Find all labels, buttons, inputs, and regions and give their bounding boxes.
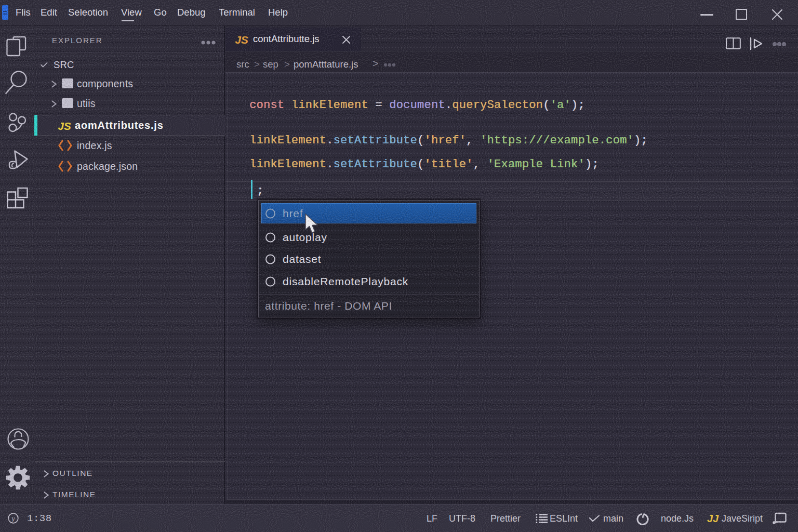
svg-text:JS: JS: [235, 34, 248, 46]
svg-text:JS: JS: [58, 120, 71, 132]
svg-text:JJ: JJ: [707, 513, 719, 524]
svg-text:y: y: [10, 515, 15, 523]
